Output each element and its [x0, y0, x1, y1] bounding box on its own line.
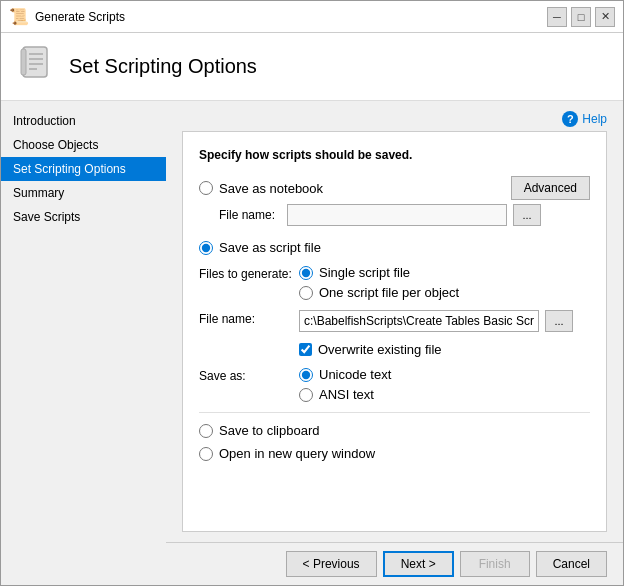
sidebar: Introduction Choose Objects Set Scriptin…	[1, 101, 166, 585]
open-in-query-label: Open in new query window	[219, 446, 375, 461]
page-header: Set Scripting Options	[1, 33, 623, 101]
sidebar-item-summary[interactable]: Summary	[1, 181, 166, 205]
unicode-radio[interactable]	[299, 368, 313, 382]
help-label: Help	[582, 112, 607, 126]
one-per-object-option[interactable]: One script file per object	[299, 285, 459, 300]
close-button[interactable]: ✕	[595, 7, 615, 27]
one-per-object-label: One script file per object	[319, 285, 459, 300]
open-in-query-radio[interactable]	[199, 447, 213, 461]
notebook-browse-button[interactable]: ...	[513, 204, 541, 226]
file-name-label-notebook: File name:	[219, 208, 275, 222]
advanced-button[interactable]: Advanced	[511, 176, 590, 200]
footer: < Previous Next > Finish Cancel	[166, 542, 623, 585]
file-path-input[interactable]	[299, 310, 539, 332]
file-name-controls: ...	[299, 310, 573, 332]
single-script-label: Single script file	[319, 265, 410, 280]
sidebar-item-choose-objects[interactable]: Choose Objects	[1, 133, 166, 157]
notebook-file-input[interactable]	[287, 204, 507, 226]
save-notebook-row: Save as notebook Advanced	[199, 176, 590, 200]
minimize-button[interactable]: ─	[547, 7, 567, 27]
save-as-script-option[interactable]: Save as script file	[199, 240, 590, 255]
overwrite-option[interactable]: Overwrite existing file	[299, 342, 590, 357]
files-to-generate-row: Files to generate: Single script file On…	[199, 265, 590, 300]
save-to-clipboard-row: Save to clipboard	[199, 423, 590, 438]
main-header-row: ? Help	[166, 101, 623, 131]
single-script-option[interactable]: Single script file	[299, 265, 459, 280]
main-content-panel: Specify how scripts should be saved. Sav…	[182, 131, 607, 532]
save-as-notebook-radio[interactable]	[199, 181, 213, 195]
save-as-notebook-label: Save as notebook	[219, 181, 323, 196]
separator	[199, 412, 590, 413]
svg-rect-1	[21, 49, 26, 75]
unicode-option[interactable]: Unicode text	[299, 367, 391, 382]
save-as-notebook-option[interactable]: Save as notebook	[199, 181, 323, 196]
open-in-query-row: Open in new query window	[199, 446, 590, 461]
content-area: Introduction Choose Objects Set Scriptin…	[1, 101, 623, 585]
overwrite-row: Overwrite existing file	[299, 342, 590, 357]
overwrite-checkbox[interactable]	[299, 343, 312, 356]
single-script-radio[interactable]	[299, 266, 313, 280]
finish-button[interactable]: Finish	[460, 551, 530, 577]
window-controls: ─ □ ✕	[547, 7, 615, 27]
save-as-label: Save as:	[199, 367, 299, 383]
ansi-label: ANSI text	[319, 387, 374, 402]
save-as-script-label: Save as script file	[219, 240, 321, 255]
sidebar-item-save-scripts[interactable]: Save Scripts	[1, 205, 166, 229]
svg-rect-0	[23, 47, 47, 77]
file-name-label2: File name:	[199, 310, 299, 326]
overwrite-label: Overwrite existing file	[318, 342, 442, 357]
save-to-clipboard-radio[interactable]	[199, 424, 213, 438]
ansi-radio[interactable]	[299, 388, 313, 402]
main-wrapper: ? Help Specify how scripts should be sav…	[166, 101, 623, 585]
title-bar: 📜 Generate Scripts ─ □ ✕	[1, 1, 623, 33]
save-to-clipboard-label: Save to clipboard	[219, 423, 319, 438]
restore-button[interactable]: □	[571, 7, 591, 27]
main-window: 📜 Generate Scripts ─ □ ✕ Set Scripting O…	[0, 0, 624, 586]
previous-button[interactable]: < Previous	[286, 551, 377, 577]
one-per-object-radio[interactable]	[299, 286, 313, 300]
help-link[interactable]: ? Help	[562, 111, 607, 127]
cancel-button[interactable]: Cancel	[536, 551, 607, 577]
save-to-clipboard-option[interactable]: Save to clipboard	[199, 423, 590, 438]
sidebar-item-introduction[interactable]: Introduction	[1, 109, 166, 133]
file-name-row: File name: ...	[199, 310, 590, 332]
unicode-label: Unicode text	[319, 367, 391, 382]
section-title: Specify how scripts should be saved.	[199, 148, 590, 162]
save-as-controls: Unicode text ANSI text	[299, 367, 391, 402]
sidebar-item-set-scripting-options[interactable]: Set Scripting Options	[1, 157, 166, 181]
app-icon: 📜	[9, 7, 29, 26]
files-to-generate-controls: Single script file One script file per o…	[299, 265, 459, 300]
files-to-generate-label: Files to generate:	[199, 265, 299, 281]
next-button[interactable]: Next >	[383, 551, 454, 577]
window-title: Generate Scripts	[35, 10, 125, 24]
title-bar-left: 📜 Generate Scripts	[9, 7, 125, 26]
file-browse-button[interactable]: ...	[545, 310, 573, 332]
ansi-option[interactable]: ANSI text	[299, 387, 391, 402]
open-in-query-option[interactable]: Open in new query window	[199, 446, 590, 461]
save-as-row: Save as: Unicode text ANSI text	[199, 367, 590, 402]
notebook-file-row: File name: ...	[219, 204, 590, 226]
help-icon: ?	[562, 111, 578, 127]
save-as-script-radio[interactable]	[199, 241, 213, 255]
save-as-script-row: Save as script file	[199, 240, 590, 255]
header-scroll-icon	[17, 43, 55, 90]
page-title: Set Scripting Options	[69, 55, 257, 78]
